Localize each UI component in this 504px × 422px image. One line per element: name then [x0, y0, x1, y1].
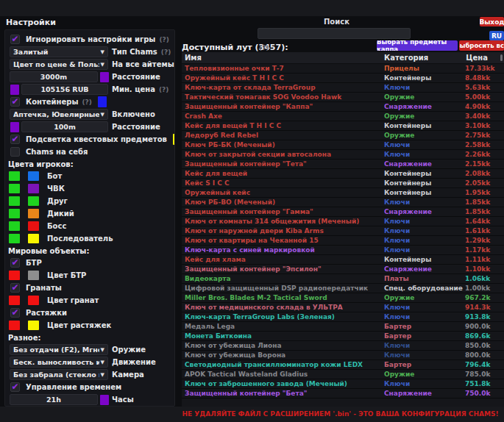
value-input[interactable]: 3000m — [10, 71, 98, 82]
table-row[interactable]: Тепловизионные очки Т-7Прицелы17.33kk — [182, 64, 504, 74]
table-row[interactable]: Защищенный контейнер "Гамма"Снаряжение1.… — [182, 207, 504, 217]
table-row[interactable] — [182, 398, 504, 407]
color-swatch[interactable] — [173, 134, 175, 145]
table-row[interactable]: Ключ от заброшенного завода (Меченый)Клю… — [182, 379, 504, 389]
settings-row: Цвет БТР — [7, 269, 172, 282]
color-swatch[interactable] — [9, 184, 20, 193]
column-header-price[interactable]: Цена — [465, 54, 504, 62]
column-header-category[interactable]: Категория — [384, 54, 465, 62]
checkbox-checked[interactable]: ✔ — [10, 382, 20, 392]
column-header-name[interactable]: Имя — [182, 54, 384, 62]
checkbox-checked[interactable]: ✔ — [10, 258, 20, 268]
dropdown[interactable]: Аптечка, Ювелирные и...▼ — [10, 109, 108, 120]
color-swatch[interactable] — [28, 271, 39, 280]
table-row[interactable]: Медаль LegaБартер900.0k — [182, 322, 504, 332]
value-input[interactable]: 105156 RUB — [21, 84, 108, 95]
table-row[interactable]: Ключ от комнаты 314 общежития (Меченый)К… — [182, 217, 504, 226]
table-row[interactable]: Crash AxeОружие3.40kk — [182, 112, 504, 121]
value-input[interactable]: 21h — [10, 394, 98, 405]
checkbox-checked[interactable]: ✔ — [10, 308, 20, 318]
table-row[interactable]: Оружейный кейс T H I C CКонтейнеры8.48kk — [182, 74, 504, 83]
checkbox-checked[interactable]: ✔ — [10, 97, 20, 107]
select-kappa-items-button[interactable]: Выбрать предметы каппа — [377, 40, 458, 51]
table-row[interactable]: Монета БиткоинаБартер869.6k — [182, 332, 504, 341]
settings-section-label: Разное: — [7, 332, 172, 343]
color-swatch[interactable] — [100, 72, 109, 82]
table-row[interactable]: Светодиодный трансиллюминатор кожи LEDXБ… — [182, 360, 504, 370]
table-row[interactable]: Ключ от убежища ЛионаКлючи850.0k — [182, 341, 504, 351]
color-swatch[interactable] — [9, 209, 20, 218]
color-swatch[interactable] — [9, 296, 20, 305]
drop-all-button[interactable]: Выбросить все — [459, 40, 504, 51]
settings-row: Бот — [7, 170, 172, 182]
table-row[interactable]: ВидеокартаПлаты1.06kk — [182, 274, 504, 284]
table-row[interactable]: Ключ-карта TerraGroup Labs (Зеленая)Ключ… — [182, 312, 504, 322]
table-row[interactable]: Кейс S I C CКонтейнеры2.05kk — [182, 179, 504, 188]
value-input[interactable]: 100m — [21, 121, 108, 132]
table-row[interactable]: Ключ РБ-БК (Меченый)Ключи2.58kk — [182, 140, 504, 150]
table-row[interactable]: Ключ от убежища ВоронаКлючи800.0k — [182, 351, 504, 360]
dropdown[interactable]: Цвет по цене & Пользователь▼ — [10, 59, 108, 70]
table-row[interactable]: Защищенный контейнер "Эпсилон"Снаряжение… — [182, 265, 504, 274]
table-row[interactable]: Кейс для вещей T H I C CКонтейнеры3.10kk — [182, 121, 504, 131]
language-button[interactable]: RU — [489, 31, 504, 40]
table-row[interactable]: Оружейный кейсКонтейнеры1.95kk — [182, 188, 504, 198]
checkbox-checked[interactable]: ✔ — [10, 35, 20, 44]
color-swatch[interactable] — [9, 221, 20, 231]
checkbox-checked[interactable]: ✔ — [10, 283, 20, 293]
table-row[interactable]: Ключ от закрытой секции автосалонаКлючи2… — [182, 150, 504, 160]
table-row[interactable]: Ледоруб Red RebelОружие2.75kk — [182, 131, 504, 140]
loot-name: Ключ РБ-ВО (Меченый) — [182, 199, 384, 206]
checkbox-label: Управление временем — [26, 383, 121, 391]
table-row[interactable]: Ключ РБ-ВО (Меченый)Ключи1.85kk — [182, 198, 504, 207]
table-row[interactable]: Защищенный контейнер "Бета"Снаряжение750… — [182, 389, 504, 398]
color-swatch[interactable] — [9, 321, 20, 330]
color-swatch[interactable] — [28, 196, 39, 206]
color-swatch[interactable] — [9, 196, 20, 206]
dropdown[interactable]: Залитый▼ — [10, 46, 108, 57]
settings-row: ✔Гранаты — [7, 282, 172, 294]
table-row[interactable]: Кейс для хламаКонтейнеры1.11kk — [182, 255, 504, 265]
color-swatch[interactable] — [100, 395, 109, 405]
color-swatch[interactable] — [9, 171, 20, 181]
color-swatch[interactable] — [9, 234, 20, 243]
table-row[interactable]: Защищенный контейнер "Каппа"Снаряжение4.… — [182, 102, 504, 112]
color-swatch[interactable] — [28, 234, 39, 243]
loot-price: 900.0k — [465, 323, 504, 330]
pair-label: Друг — [47, 197, 68, 205]
table-row[interactable]: Кейс для вещейКонтейнеры2.08kk — [182, 169, 504, 179]
dropdown[interactable]: Без отдачи (F2), Мгновенное п▼ — [10, 344, 108, 355]
loot-price: 1.29kk — [465, 237, 504, 244]
table-row[interactable]: APOK Tactical Wasteland GladiusОружие785… — [182, 370, 504, 379]
color-swatch[interactable] — [98, 96, 107, 107]
dropdown[interactable]: Беск. выносливость и нет уста▼ — [10, 357, 108, 368]
color-swatch[interactable] — [28, 296, 39, 305]
table-row[interactable]: Ключ-карта с синей маркировкойКлючи1.17k… — [182, 246, 504, 255]
table-row[interactable]: Цифровой защищенный DSP радиопередатчикС… — [182, 284, 504, 293]
table-row[interactable]: Ключ от наружной двери Kiba ArmsКлючи1.6… — [182, 226, 504, 236]
color-swatch[interactable] — [28, 221, 39, 231]
checkbox-unchecked[interactable] — [10, 147, 20, 157]
loot-name: Ключ от убежища Ворона — [182, 351, 384, 359]
table-row[interactable]: Тактический томагавк SOG Voodoo HawkОруж… — [182, 93, 504, 102]
color-swatch[interactable] — [10, 85, 19, 95]
checkbox-checked[interactable]: ✔ — [10, 135, 20, 144]
color-swatch[interactable] — [10, 122, 19, 132]
color-swatch[interactable] — [28, 184, 39, 193]
dropdown[interactable]: Без забрала (стекло шлема)▼ — [10, 369, 108, 380]
table-row[interactable]: Ключ от квартиры на Чеканной 15Ключи1.29… — [182, 236, 504, 246]
color-swatch[interactable] — [9, 271, 20, 280]
table-row[interactable]: Ключ от медицинского склада в УЛЬТРАКлюч… — [182, 303, 504, 312]
search-input[interactable] — [258, 28, 411, 39]
table-row[interactable]: Защищенный контейнер "Тета"Снаряжение2.1… — [182, 160, 504, 169]
table-scrollbar[interactable] — [500, 54, 503, 61]
table-row[interactable]: Ключ-карта от склада TerraGroupКлючи5.63… — [182, 83, 504, 93]
color-swatch[interactable] — [28, 209, 39, 218]
checkbox-label: Chams на себя — [26, 148, 88, 156]
color-swatch[interactable] — [28, 321, 39, 330]
loot-price: 1.95kk — [465, 189, 504, 196]
color-swatch[interactable] — [28, 171, 39, 181]
loot-category: Ключи — [384, 218, 465, 225]
table-row[interactable]: Miller Bros. Blades M-2 Tactical SwordОр… — [182, 293, 504, 303]
exit-button[interactable]: Выход — [480, 17, 504, 26]
